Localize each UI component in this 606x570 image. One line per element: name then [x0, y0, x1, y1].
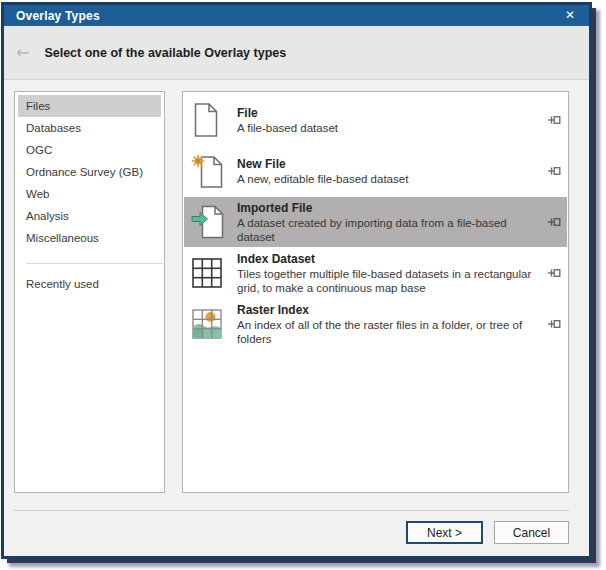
- list-item-raster-index[interactable]: Raster Index An index of all of the the …: [184, 299, 567, 349]
- category-sidebar: Files Databases OGC Ordnance Survey (GB)…: [14, 91, 165, 493]
- list-item-file[interactable]: File A file-based dataset: [184, 95, 567, 145]
- new-file-icon: [191, 154, 225, 188]
- sidebar-item-web[interactable]: Web: [18, 183, 161, 205]
- item-description: A new, editable file-based dataset: [237, 172, 540, 186]
- overlay-type-list: File A file-based dataset: [182, 91, 569, 493]
- imported-file-icon: [191, 205, 225, 239]
- back-arrow-icon: ←: [16, 45, 29, 61]
- file-icon: [191, 103, 225, 137]
- sidebar-item-miscellaneous[interactable]: Miscellaneous: [18, 227, 161, 249]
- title-bar: Overlay Types ✕: [4, 5, 589, 26]
- pin-icon[interactable]: [548, 318, 561, 330]
- list-item-imported-file[interactable]: Imported File A dataset created by impor…: [184, 197, 567, 247]
- item-description: An index of all of the the raster files …: [237, 318, 540, 346]
- pin-icon[interactable]: [548, 216, 561, 228]
- dialog-footer: Next > Cancel: [14, 510, 569, 544]
- item-name: Imported File: [237, 201, 540, 216]
- item-name: New File: [237, 157, 540, 172]
- pin-icon[interactable]: [548, 114, 561, 126]
- sidebar-item-recently-used[interactable]: Recently used: [18, 273, 161, 295]
- dialog-header: ← Select one of the available Overlay ty…: [4, 26, 589, 80]
- overlay-types-dialog: Overlay Types ✕ ← Select one of the avai…: [1, 2, 592, 559]
- raster-index-icon: [191, 308, 225, 340]
- page-title: Select one of the available Overlay type…: [44, 46, 286, 60]
- list-item-new-file[interactable]: New File A new, editable file-based data…: [184, 146, 567, 196]
- pin-icon[interactable]: [548, 165, 561, 177]
- sidebar-item-files[interactable]: Files: [18, 95, 161, 117]
- sidebar-item-ordnance-survey[interactable]: Ordnance Survey (GB): [18, 161, 161, 183]
- sidebar-divider: [26, 263, 163, 264]
- next-button[interactable]: Next >: [406, 521, 483, 544]
- sidebar-item-databases[interactable]: Databases: [18, 117, 161, 139]
- index-dataset-icon: [191, 257, 225, 289]
- item-name: File: [237, 106, 540, 121]
- dialog-content: Files Databases OGC Ordnance Survey (GB)…: [4, 80, 589, 493]
- item-name: Raster Index: [237, 303, 540, 318]
- cancel-button[interactable]: Cancel: [494, 521, 569, 544]
- window-title: Overlay Types: [16, 9, 100, 23]
- close-icon[interactable]: ✕: [563, 5, 577, 26]
- pin-icon[interactable]: [548, 267, 561, 279]
- sidebar-item-analysis[interactable]: Analysis: [18, 205, 161, 227]
- item-description: Tiles together multiple file-based datas…: [237, 267, 540, 295]
- list-item-index-dataset[interactable]: Index Dataset Tiles together multiple fi…: [184, 248, 567, 298]
- sidebar-item-ogc[interactable]: OGC: [18, 139, 161, 161]
- item-name: Index Dataset: [237, 252, 540, 267]
- item-description: A dataset created by importing data from…: [237, 216, 540, 244]
- item-description: A file-based dataset: [237, 121, 540, 135]
